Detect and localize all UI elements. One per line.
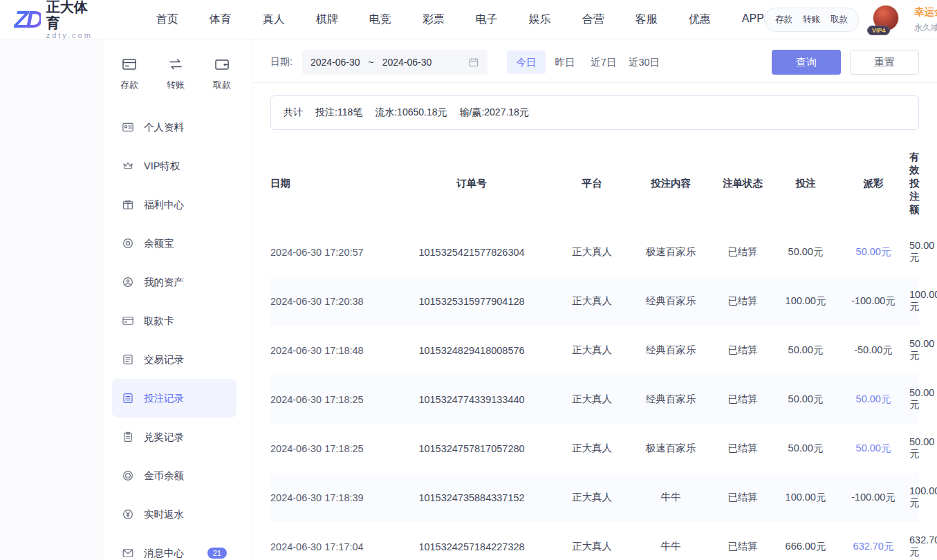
sidebar-item-label: 余额宝: [144, 237, 174, 250]
cell-valid-bet: 100.00元: [909, 473, 919, 522]
cell-platform: 正大真人: [554, 522, 630, 560]
range-30days[interactable]: 近30日: [623, 50, 665, 74]
header-withdraw-button[interactable]: 取款: [831, 14, 848, 26]
permanent-domain-note: 永久域名: zdty.com 永: [914, 22, 937, 34]
sidebar-item-withdraw-card[interactable]: 取款卡: [112, 301, 236, 340]
calendar-icon[interactable]: [468, 57, 479, 68]
col-bet: 投注: [774, 138, 837, 227]
nav-item-home[interactable]: 首页: [156, 12, 178, 27]
col-payout: 派彩: [837, 138, 909, 227]
gift-icon: [122, 198, 134, 211]
cell-valid-bet: 50.00元: [909, 326, 919, 375]
gold-coin-icon: [122, 469, 134, 482]
nav-item-promo[interactable]: 优惠: [689, 12, 711, 27]
table-row: 2024-06-30 17:17:04 1015324257184227328 …: [270, 522, 919, 560]
range-yesterday[interactable]: 昨日: [546, 50, 584, 74]
date-quick-ranges: 今日 昨日 近7日 近30日: [507, 50, 665, 74]
sidebar-item-profile[interactable]: 个人资料: [112, 108, 236, 147]
withdraw-icon: [214, 56, 230, 73]
cell-status: 已结算: [712, 522, 774, 560]
sidebar-menu: 个人资料 VIP特权 福利中心 余额宝 我的资产 取款卡: [104, 108, 252, 560]
vip-badge: VIP4: [867, 26, 891, 35]
brand-logo[interactable]: ZD 正大体育 zdty.com: [14, 0, 93, 39]
sidebar-item-gold-balance[interactable]: 金币余额: [112, 456, 236, 495]
quick-action-deposit[interactable]: 存款: [120, 56, 138, 91]
summary-bets: 投注:118笔: [315, 106, 362, 119]
cell-platform: 正大真人: [554, 375, 630, 424]
sidebar-item-redeem-records[interactable]: 兑奖记录: [112, 418, 236, 456]
sidebar-item-label: 实时返水: [144, 508, 184, 521]
table-row: 2024-06-30 17:18:25 1015324774339133440 …: [270, 375, 919, 424]
sidebar-item-rebate[interactable]: 实时返水: [112, 495, 236, 534]
sidebar-item-assets[interactable]: 我的资产: [112, 263, 236, 301]
cell-date: 2024-06-30 17:17:04: [270, 522, 389, 560]
sidebar-item-yuebao[interactable]: 余额宝: [112, 224, 236, 263]
cell-bet: 100.00元: [774, 473, 837, 522]
date-from-value[interactable]: 2024-06-30: [310, 57, 360, 68]
reset-button[interactable]: 重置: [850, 50, 919, 75]
sidebar-item-messages[interactable]: 消息中心 21: [112, 534, 236, 560]
main-nav: 首页 体育 真人 棋牌 电竞 彩票 电子 娱乐 合营 客服 优惠 APP: [156, 12, 764, 27]
sidebar-item-transactions[interactable]: 交易记录: [112, 340, 236, 379]
records-content: 共计 投注:118笔 流水:10650.18元 输/赢:2027.18元 日期 …: [252, 83, 937, 560]
nav-item-board[interactable]: 棋牌: [316, 12, 338, 27]
sidebar-item-vip[interactable]: VIP特权: [112, 147, 236, 185]
date-label: 日期:: [270, 56, 293, 68]
cell-order: 1015324774339133440: [389, 375, 554, 424]
range-7days[interactable]: 近7日: [584, 50, 623, 74]
date-to-value[interactable]: 2024-06-30: [382, 57, 432, 68]
nav-item-lottery[interactable]: 彩票: [423, 12, 445, 27]
cell-content: 经典百家乐: [630, 277, 712, 326]
quick-action-label: 存款: [120, 79, 138, 91]
bet-record-icon: [122, 392, 134, 404]
cell-content: 牛牛: [630, 473, 712, 522]
col-platform: 平台: [554, 138, 630, 227]
date-range-picker[interactable]: 2024-06-30 ~ 2024-06-30: [302, 50, 488, 75]
nav-item-affiliate[interactable]: 合营: [582, 12, 604, 27]
nav-item-sports[interactable]: 体育: [210, 12, 232, 27]
cell-bet: 666.00元: [774, 522, 837, 560]
quick-action-withdraw[interactable]: 取款: [213, 56, 231, 91]
nav-item-support[interactable]: 客服: [636, 12, 658, 27]
cell-date: 2024-06-30 17:20:38: [270, 277, 389, 326]
sidebar-item-label: 金币余额: [144, 469, 184, 483]
transaction-record-icon: [122, 353, 134, 366]
header-account-area: 存款 转账 取款 VIP4 幸运金总 总资产: 永久域名: zdty.com 永: [764, 5, 937, 34]
query-button[interactable]: 查询: [772, 50, 841, 75]
sidebar-item-bet-records[interactable]: 投注记录: [112, 379, 236, 418]
wallet-actions: 存款 转账 取款: [764, 8, 859, 32]
sidebar-item-label: 投注记录: [144, 392, 184, 405]
cell-valid-bet: 100.00元: [909, 277, 919, 326]
sidebar-item-label: VIP特权: [144, 160, 180, 173]
nav-item-entertainment[interactable]: 娱乐: [529, 12, 551, 27]
nav-item-slots[interactable]: 电子: [476, 12, 498, 27]
nav-item-app[interactable]: APP: [742, 12, 764, 27]
header-deposit-button[interactable]: 存款: [775, 14, 792, 26]
cell-date: 2024-06-30 17:20:57: [270, 227, 389, 277]
nav-item-live[interactable]: 真人: [263, 12, 285, 27]
cell-bet: 50.00元: [774, 227, 837, 277]
sidebar-item-label: 我的资产: [144, 276, 184, 289]
sidebar-item-label: 交易记录: [144, 353, 184, 366]
sidebar-item-label: 兑奖记录: [144, 431, 184, 444]
range-today[interactable]: 今日: [507, 50, 546, 74]
cell-content: 经典百家乐: [630, 326, 712, 375]
page-layout: 存款 转账 取款 个人资料 VIP特权: [0, 39, 937, 560]
quick-action-transfer[interactable]: 转账: [167, 56, 185, 91]
sidebar-item-label: 取款卡: [144, 315, 174, 328]
quick-action-label: 转账: [167, 79, 185, 91]
cell-payout: -100.00元: [837, 473, 909, 522]
cell-valid-bet: 632.70元: [909, 522, 919, 560]
sidebar-item-welfare[interactable]: 福利中心: [112, 185, 236, 224]
cell-order: 1015325421577826304: [389, 227, 554, 277]
quick-actions: 存款 转账 取款: [104, 56, 252, 97]
col-status: 注单状态: [712, 138, 774, 227]
cell-platform: 正大真人: [554, 424, 630, 473]
header-transfer-button[interactable]: 转账: [803, 14, 820, 26]
nav-item-esports[interactable]: 电竞: [369, 12, 391, 27]
quick-action-label: 取款: [213, 79, 231, 91]
top-header: ZD 正大体育 zdty.com 首页 体育 真人 棋牌 电竞 彩票 电子 娱乐…: [0, 0, 937, 39]
crown-icon: [122, 160, 134, 172]
cell-bet: 50.00元: [774, 326, 837, 375]
cell-date: 2024-06-30 17:18:25: [270, 375, 389, 424]
